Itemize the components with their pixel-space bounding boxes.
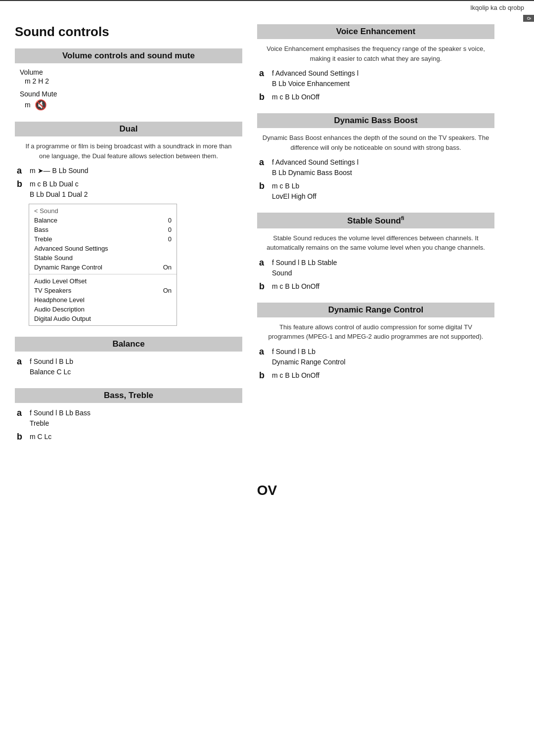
bass-treble-step-a: a f Sound l B Lb Bass Treble <box>15 408 242 429</box>
dynamic-range-step-b-letter: b <box>259 370 268 381</box>
voice-step-a-letter: a <box>259 68 268 79</box>
stable-sound-step-a-letter: a <box>259 258 268 268</box>
page-indicator: ð <box>523 15 534 22</box>
mute-icon: 🔇 <box>35 99 47 111</box>
menu-item-audio-level: Audio Level Offset <box>29 276 177 286</box>
menu-item-dynamic-range: Dynamic Range ControlOn <box>29 263 177 272</box>
menu-item-bass: Bass0 <box>29 225 177 234</box>
dynamic-bass-desc: Dynamic Bass Boost enhances the depth of… <box>257 133 494 152</box>
menu-item-balance: Balance0 <box>29 216 177 225</box>
balance-step-a-content: f Sound l B Lb Balance C Lc <box>30 356 240 377</box>
voice-step-a-content: f Advanced Sound Settings l B Lb Voice E… <box>272 68 492 89</box>
dynamic-bass-step-a-content: f Advanced Sound Settings l B Lb Dynamic… <box>272 157 492 178</box>
volume-label: Volume <box>20 68 242 76</box>
page-title: Sound controls <box>15 24 242 40</box>
dynamic-range-step-a: a f Sound l B Lb Dynamic Range Control <box>257 347 494 367</box>
dynamic-range-section: Dynamic Range Control This feature allow… <box>257 303 494 381</box>
menu-header: < Sound <box>29 206 177 216</box>
dynamic-bass-step-b: b m c B Lb LovEl High Off <box>257 181 494 202</box>
stable-sound-step-b-content: m c B Lb OnOff <box>272 281 492 292</box>
volume-section: Volume controls and sound mute Volume m … <box>15 48 242 111</box>
voice-enhancement-section: Voice Enhancement Voice Enhancement emph… <box>257 24 494 102</box>
step-b-letter: b <box>17 179 26 189</box>
dynamic-range-step-a-content: f Sound l B Lb Dynamic Range Control <box>272 347 492 367</box>
dual-step-a: a m ➤— B Lb Sound <box>15 166 242 176</box>
menu-item-audio-desc: Audio Description <box>29 305 177 314</box>
balance-step-a-letter: a <box>17 356 26 367</box>
dual-section: Dual If a programme or film is being bro… <box>15 122 242 326</box>
balance-section: Balance a f Sound l B Lb Balance C Lc <box>15 337 242 377</box>
dynamic-range-step-b-content: m c B Lb OnOff <box>272 370 492 381</box>
volume-block: Volume m 2 H 2 <box>20 68 242 85</box>
stable-sound-step-b-letter: b <box>259 281 268 292</box>
dual-desc: If a programme or film is being broadcas… <box>15 141 242 161</box>
dynamic-bass-step-b-content: m c B Lb LovEl High Off <box>272 181 492 202</box>
balance-step-a: a f Sound l B Lb Balance C Lc <box>15 356 242 377</box>
voice-enhancement-header: Voice Enhancement <box>257 24 494 39</box>
bass-treble-step-a-letter: a <box>17 408 26 418</box>
sound-mute-label: Sound Mute <box>20 90 242 98</box>
menu-item-treble: Treble0 <box>29 234 177 244</box>
dynamic-bass-step-a: a f Advanced Sound Settings l B Lb Dynam… <box>257 157 494 178</box>
volume-row: m 2 H 2 <box>25 77 242 85</box>
volume-section-header: Volume controls and sound mute <box>15 48 242 63</box>
stable-sound-section: Stable Soundfi Stable Sound reduces the … <box>257 213 494 292</box>
dynamic-bass-header: Dynamic Bass Boost <box>257 113 494 128</box>
dual-step-b: b m c B Lb Dual c B Lb Dual 1 Dual 2 <box>15 179 242 200</box>
dual-menu-box: < Sound Balance0 Bass0 Treble0 Advanced … <box>29 204 177 326</box>
sound-mute-block: Sound Mute m 🔇 <box>20 90 242 111</box>
dual-step-b-content: m c B Lb Dual c B Lb Dual 1 Dual 2 <box>30 179 240 200</box>
bottom-label: OV <box>0 483 534 513</box>
bass-treble-step-b-letter: b <box>17 432 26 442</box>
dynamic-range-header: Dynamic Range Control <box>257 303 494 317</box>
stable-sound-step-a: a f Sound l B Lb Stable Sound <box>257 258 494 278</box>
bass-treble-step-b-content: m C Lc <box>30 432 240 442</box>
stable-sound-step-a-content: f Sound l B Lb Stable Sound <box>272 258 492 278</box>
bass-treble-step-b: b m C Lc <box>15 432 242 442</box>
dynamic-bass-step-a-letter: a <box>259 157 268 168</box>
voice-enhancement-desc: Voice Enhancement emphasises the frequen… <box>257 44 494 63</box>
menu-item-digital-audio: Digital Audio Output <box>29 314 177 323</box>
voice-step-b-content: m c B Lb OnOff <box>272 92 492 102</box>
menu-item-stable-sound: Stable Sound <box>29 253 177 263</box>
voice-step-b: b m c B Lb OnOff <box>257 92 494 102</box>
right-column: Voice Enhancement Voice Enhancement emph… <box>257 24 494 453</box>
dynamic-range-desc: This feature allows control of audio com… <box>257 322 494 342</box>
menu-item-tv-speakers: TV SpeakersOn <box>29 286 177 295</box>
dynamic-range-step-a-letter: a <box>259 347 268 357</box>
stable-sound-step-b: b m c B Lb OnOff <box>257 281 494 292</box>
bass-treble-section: Bass, Treble a f Sound l B Lb Bass Trebl… <box>15 388 242 442</box>
dynamic-bass-section: Dynamic Bass Boost Dynamic Bass Boost en… <box>257 113 494 202</box>
top-bar: lkqolip ka cb qrobp <box>0 0 534 14</box>
dual-step-a-content: m ➤— B Lb Sound <box>30 166 240 176</box>
bass-treble-step-a-content: f Sound l B Lb Bass Treble <box>30 408 240 429</box>
voice-step-a: a f Advanced Sound Settings l B Lb Voice… <box>257 68 494 89</box>
top-bar-text: lkqolip ka cb qrobp <box>471 4 524 11</box>
balance-section-header: Balance <box>15 337 242 352</box>
menu-item-headphone: Headphone Level <box>29 295 177 305</box>
left-column: Sound controls Volume controls and sound… <box>15 24 242 453</box>
voice-step-b-letter: b <box>259 92 268 102</box>
stable-sound-header: Stable Soundfi <box>257 213 494 228</box>
sound-mute-row: m 🔇 <box>25 99 242 111</box>
dynamic-bass-step-b-letter: b <box>259 181 268 191</box>
stable-sound-superscript: fi <box>401 215 404 221</box>
menu-item-advanced-sound: Advanced Sound Settings <box>29 244 177 253</box>
bass-treble-section-header: Bass, Treble <box>15 388 242 403</box>
dynamic-range-step-b: b m c B Lb OnOff <box>257 370 494 381</box>
stable-sound-desc: Stable Sound reduces the volume level di… <box>257 233 494 253</box>
menu-separator <box>29 274 177 274</box>
main-content: Sound controls Volume controls and sound… <box>0 14 534 463</box>
step-a-letter: a <box>17 166 26 176</box>
dual-section-header: Dual <box>15 122 242 136</box>
